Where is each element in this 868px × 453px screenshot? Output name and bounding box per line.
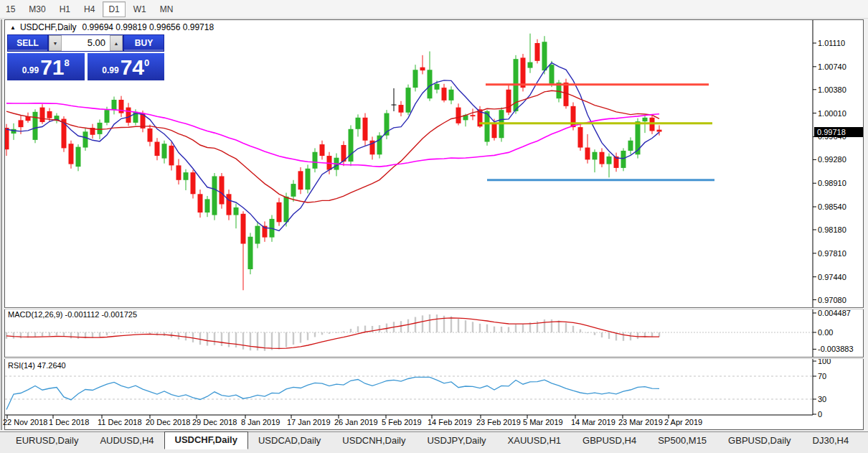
date-axis-label: 26 Jan 2019 — [334, 418, 378, 426]
price-axis-tick: 1.00740 — [818, 62, 846, 71]
volume-stepper: ▼ 5.00 ▲ — [48, 34, 123, 52]
medium-ma — [6, 90, 659, 202]
price-axis-tick: 0.97810 — [818, 249, 846, 258]
buy-price-button[interactable]: 0.99 74 0 — [88, 53, 165, 80]
current-price-tag: 0.99718 — [814, 127, 863, 137]
buy-price-pip-digit: 0 — [144, 57, 149, 78]
date-axis-label: 23 Mar 2019 — [618, 418, 663, 426]
price-axis-tick: 1.00380 — [818, 85, 846, 94]
rsi-axis-tick: 0 — [818, 410, 822, 419]
date-axis-label: 11 Dec 2018 — [98, 418, 142, 426]
rsi-indicator-label: RSI(14) 47.2640 — [8, 361, 66, 370]
volume-input[interactable]: 5.00 — [62, 35, 110, 51]
price-axis-tick: 0.97440 — [818, 273, 846, 281]
buy-price-base: 0.99 — [102, 65, 118, 78]
chart-ohlc-values: 0.99694 0.99819 0.99656 0.99718 — [82, 22, 214, 32]
sell-price-button[interactable]: 0.99 71 8 — [7, 53, 85, 80]
price-axis-tick: 1.01110 — [818, 39, 845, 47]
macd-axis-tick: -0.003883 — [818, 345, 854, 353]
date-axis-label: 23 Feb 2019 — [476, 418, 521, 426]
sell-button[interactable]: SELL — [7, 34, 48, 52]
date-axis-label: 1 Dec 2018 — [49, 418, 89, 426]
date-axis-label: 17 Jan 2019 — [287, 418, 331, 426]
date-axis-label: 29 Dec 2018 — [192, 418, 237, 426]
macd-indicator-label: MACD(12,26,9) -0.001112 -0.001725 — [8, 310, 137, 319]
one-click-trade-panel: SELL ▼ 5.00 ▲ BUY 0.99 71 8 0.99 74 0 — [7, 34, 164, 80]
buy-button[interactable]: BUY — [123, 34, 164, 52]
pane-separator-rsi[interactable] — [4, 357, 864, 359]
price-axis-tick: 1.00010 — [818, 109, 846, 118]
price-axis-tick: 0.98910 — [818, 179, 846, 187]
price-axis-tick: 0.99280 — [818, 155, 846, 164]
date-axis-label: 20 Dec 2018 — [146, 418, 190, 426]
rsi-value: 47.2640 — [37, 361, 66, 370]
macd-values: -0.001112 -0.001725 — [65, 310, 137, 319]
rsi-axis-tick: 70 — [818, 372, 826, 380]
rsi-axis-tick: 30 — [818, 395, 826, 403]
date-axis-label: 2 Apr 2019 — [664, 418, 702, 426]
macd-pane[interactable] — [5, 314, 813, 351]
date-axis-label: 8 Jan 2019 — [241, 418, 280, 426]
date-axis-label: 14 Mar 2019 — [571, 418, 615, 426]
pane-separator-macd[interactable] — [4, 307, 864, 309]
date-axis-label: 5 Feb 2019 — [382, 418, 422, 426]
volume-increment-icon[interactable]: ▲ — [110, 35, 123, 51]
date-axis-label: 22 Nov 2018 — [3, 418, 47, 426]
chart-symbol-label: USDCHF,Daily — [20, 22, 77, 32]
sell-price-base: 0.99 — [22, 65, 39, 78]
macd-axis-tick: 0.004487 — [818, 309, 851, 317]
mt4-application: 15M30H1H4D1W1MN ▲USDCHF,Daily0.99694 0.9… — [0, 0, 868, 453]
price-axis-tick: 0.98180 — [818, 225, 846, 234]
chart-title: ▲USDCHF,Daily0.99694 0.99819 0.99656 0.9… — [10, 22, 214, 32]
price-axis-tick: 0.97080 — [818, 296, 846, 304]
sell-price-big-digits: 71 — [40, 57, 64, 78]
macd-axis-tick: 0.00 — [818, 328, 833, 337]
rsi-pane[interactable] — [5, 376, 813, 410]
volume-decrement-icon[interactable]: ▼ — [49, 35, 62, 51]
date-axis-label: 14 Feb 2019 — [428, 418, 472, 426]
price-axis-tick: 0.98540 — [818, 202, 846, 211]
buy-price-big-digits: 74 — [121, 57, 144, 78]
date-axis-label: 5 Mar 2019 — [523, 418, 563, 426]
collapse-triangle-icon[interactable]: ▲ — [10, 24, 16, 31]
sell-price-pip-digit: 8 — [65, 57, 70, 78]
